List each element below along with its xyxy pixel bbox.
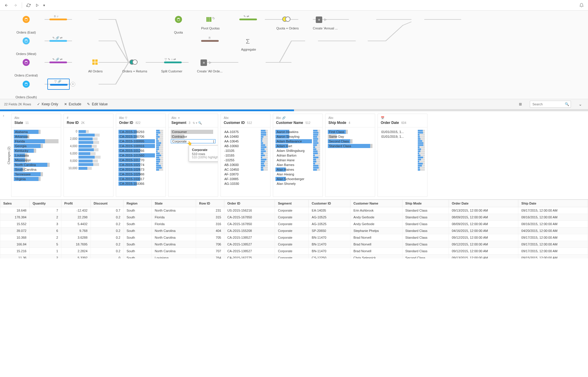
profile-value[interactable]: CA-2015-100706 <box>118 134 155 139</box>
profile-value[interactable]: AF-10870 <box>223 172 260 176</box>
profile-value[interactable]: Aaron Smayling <box>275 134 312 139</box>
grid-header[interactable]: Ship Mode <box>402 200 449 207</box>
profile-value[interactable]: CA-2015-103317 <box>118 177 155 181</box>
profile-value[interactable]: CA-2015-101266 <box>118 149 155 153</box>
run-dropdown[interactable]: ▾ <box>43 2 46 9</box>
profile-value[interactable]: South Carolina <box>14 167 59 172</box>
profile-value[interactable]: Alan Barnes <box>275 163 312 167</box>
flow-node-aggregate[interactable]: Σ <box>246 38 250 45</box>
grid-header[interactable]: Region <box>123 200 152 207</box>
profile-value[interactable]: 01/01/2019, 1... <box>380 134 417 139</box>
run-button[interactable] <box>34 2 41 9</box>
profile-column-order-date[interactable]: 📅 Order Date 604 01/01/2015, 1...01/01/2… <box>377 114 427 197</box>
grid-header[interactable]: Row ID <box>196 200 224 207</box>
flow-node-orders-central[interactable]: Orders (Central) <box>10 59 42 77</box>
profile-value[interactable]: CA-2015-102673 <box>118 167 155 172</box>
profile-value[interactable]: Louisiana <box>14 153 59 157</box>
flow-node-pivot[interactable] <box>206 17 211 22</box>
profile-value[interactable]: -10165 <box>223 153 260 157</box>
keep-only-button[interactable]: ✓Keep Only <box>37 102 58 106</box>
profile-value[interactable]: Kentucky <box>14 149 59 153</box>
profile-column-row-id[interactable]: # Row ID 2K 02,0004,0006,0008,00010,000 <box>64 114 113 197</box>
flow-step-bar[interactable] <box>49 40 67 42</box>
flow-node-split-customer[interactable] <box>164 62 182 63</box>
profile-value[interactable]: Alan Hwang <box>275 172 312 176</box>
profile-value[interactable]: AB-10060 <box>223 144 260 148</box>
grid-header[interactable]: Ship Date <box>518 200 588 207</box>
back-button[interactable] <box>3 2 10 9</box>
flow-node-quota-orders[interactable] <box>282 16 292 24</box>
flow-node-create-annual[interactable]: ⊞ <box>316 16 327 23</box>
flow-step-bar[interactable] <box>239 19 257 20</box>
profile-value[interactable]: CA-2015-100916 <box>118 144 155 148</box>
profile-column-customer-id[interactable]: Abc Customer ID 512 AA-10375AA-10480AA-1… <box>220 114 270 197</box>
play-icon[interactable] <box>209 61 212 64</box>
profile-value[interactable]: Mississippi <box>14 158 59 162</box>
profile-value[interactable]: AG-10330 <box>223 182 260 186</box>
forward-button[interactable] <box>12 2 19 9</box>
table-row[interactable]: 15.21612.28240.2SouthNorth Carolina707CA… <box>0 248 588 255</box>
profile-column-order-id[interactable]: Abc ▽ Order ID 822 CA-2015-100293CA-2015… <box>116 114 166 197</box>
profile-value[interactable]: Adam Bellavance <box>275 139 312 143</box>
profile-value[interactable]: 01/01/2015, 1... <box>380 130 417 134</box>
table-row[interactable]: 39.07269.7680.2SouthNorth Carolina404CA-… <box>0 227 588 234</box>
table-row[interactable]: 166.84518.76950.2SouthNorth Carolina706C… <box>0 241 588 248</box>
profile-column-customer-name[interactable]: Abc 🔗 Customer Name 512 Aaron HawkinsAar… <box>273 114 323 197</box>
profile-value[interactable]: Contractor <box>171 134 216 139</box>
table-row[interactable]: 15.55235.44320.2SouthFlorida316CA-2015-1… <box>0 221 588 227</box>
profile-value[interactable]: -10105 <box>223 149 260 153</box>
column-dropdown[interactable]: ▾ <box>178 116 180 119</box>
grid-header[interactable]: Segment <box>275 200 309 207</box>
grid-header[interactable]: Quantity <box>29 200 61 207</box>
flow-step-bar[interactable] <box>49 62 67 63</box>
grid-header[interactable]: Order Date <box>449 200 518 207</box>
exclude-button[interactable]: ✕Exclude <box>64 102 81 106</box>
flow-node-quota[interactable]: Quota <box>162 16 195 34</box>
profile-value[interactable]: Adam Shillingsburg <box>275 149 312 153</box>
play-icon[interactable] <box>324 18 327 21</box>
profile-value[interactable]: Virginia <box>14 177 59 181</box>
profile-value[interactable]: AC-10450 <box>223 167 260 172</box>
profile-value[interactable]: -10255 <box>223 158 260 162</box>
profile-value[interactable]: Aaron Hawkins <box>275 130 312 134</box>
profile-column-state[interactable]: Abc State 11 AlabamaArkansasFloridaGeorg… <box>11 114 61 197</box>
edit-value-button[interactable]: ✎Edit Value <box>87 102 108 106</box>
flow-node-create-all-orders[interactable]: ⊞ <box>201 59 212 66</box>
expand-pane-button[interactable]: ⌄ <box>577 101 584 108</box>
flow-node-orders-returns[interactable] <box>129 59 139 67</box>
profile-value[interactable]: Alabama <box>14 130 59 134</box>
profile-value[interactable]: CA-2015-101560 <box>118 153 155 157</box>
profile-value[interactable]: Consumer <box>171 130 216 134</box>
refresh-button[interactable] <box>25 2 32 9</box>
profile-value[interactable]: First Class <box>328 130 372 134</box>
profile-value[interactable]: CA-2015-101770 <box>118 158 155 162</box>
profile-column-segment[interactable]: Abc▾ Segment 3⇅ ▾ 🔍 ConsumerContractorCo… <box>168 114 218 197</box>
grid-header[interactable]: Profit <box>61 200 91 207</box>
profile-value[interactable]: Corporate|Corporate510 rows510 (100%) hi… <box>171 139 216 143</box>
profile-value[interactable]: Same Day <box>328 134 372 139</box>
data-grid-wrap[interactable]: SalesQuantityProfitDiscountRegionStateRo… <box>0 200 588 258</box>
profile-value[interactable]: AF-10885 <box>223 177 260 181</box>
grid-header[interactable]: Discount <box>91 200 123 207</box>
profile-value[interactable]: Second Class <box>328 139 372 143</box>
profile-value[interactable]: Adrian Hane <box>275 158 312 162</box>
grid-header[interactable]: Order ID <box>224 200 275 207</box>
grid-header[interactable]: State <box>152 200 196 207</box>
table-row[interactable]: 10.36823.62880.2SouthNorth Carolina705CA… <box>0 234 588 241</box>
profile-value[interactable]: AB-10600 <box>223 163 260 167</box>
profile-column-ship-mode[interactable]: Abc Ship Mode 4 First ClassSame DaySecon… <box>325 114 375 197</box>
notifications-button[interactable] <box>578 2 585 9</box>
flow-node-all-orders[interactable] <box>92 59 98 65</box>
profile-value[interactable]: CA-2015-102988 <box>118 172 155 176</box>
flow-node-orders-east[interactable]: Orders (East) <box>10 16 42 34</box>
flow-step-bar[interactable] <box>49 19 67 20</box>
view-mode-button[interactable]: ⊞ <box>517 101 524 108</box>
flow-canvas[interactable]: Orders (East) ⎘ ⇄ Orders (West) ✎ 🔗 ⇄ Or… <box>0 11 588 99</box>
profile-value[interactable]: AA-10375 <box>223 130 260 134</box>
expand-changes-button[interactable]: › <box>3 114 4 118</box>
grid-header[interactable]: Customer Name <box>350 200 402 207</box>
table-row[interactable]: 18.6487-12.4320.7SouthNorth Carolina231U… <box>0 207 588 214</box>
profile-value[interactable]: AA-10480 <box>223 134 260 139</box>
flow-step-bar[interactable] <box>201 40 219 42</box>
profile-value[interactable]: Adrian Barton <box>275 153 312 157</box>
